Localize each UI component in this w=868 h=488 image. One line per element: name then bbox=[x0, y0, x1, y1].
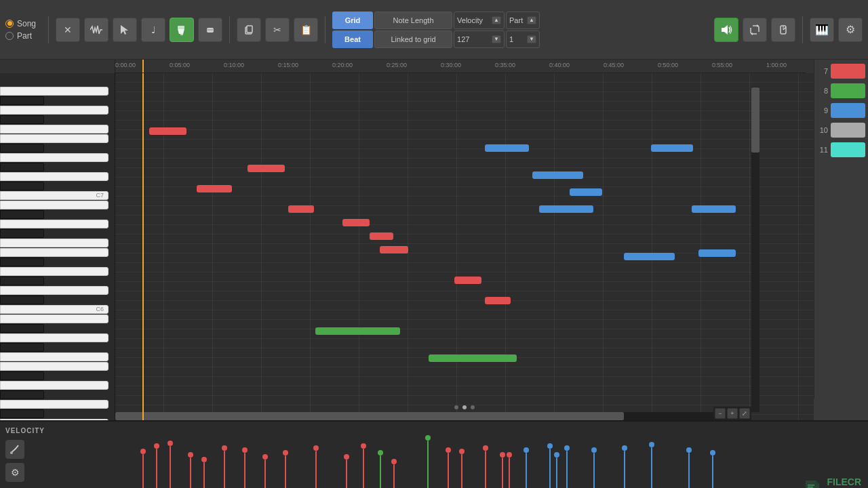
h-scrollbar[interactable] bbox=[115, 412, 751, 420]
piano-key[interactable]: C7 bbox=[0, 191, 108, 200]
piano-note[interactable] bbox=[485, 144, 529, 152]
piano-note[interactable] bbox=[288, 205, 314, 213]
velocity-bar[interactable] bbox=[380, 455, 381, 488]
piano-key[interactable] bbox=[0, 277, 44, 285]
waveform-button[interactable] bbox=[84, 18, 108, 42]
velocity-bar[interactable] bbox=[346, 460, 347, 488]
velocity-settings-button[interactable]: ⚙ bbox=[5, 463, 24, 482]
velocity-bar[interactable] bbox=[651, 447, 652, 488]
note-tool-button[interactable]: ♩ bbox=[141, 18, 165, 42]
part-arrows[interactable]: ▲ bbox=[527, 16, 536, 24]
velocity-bar[interactable] bbox=[156, 449, 157, 488]
velocity-bar[interactable] bbox=[142, 454, 144, 488]
speaker-button[interactable] bbox=[714, 18, 738, 42]
paste-button[interactable]: 📋 bbox=[294, 18, 318, 42]
song-radio[interactable]: Song bbox=[5, 19, 36, 28]
piano-key[interactable] bbox=[0, 106, 108, 115]
piano-key[interactable] bbox=[0, 134, 108, 143]
piano-key[interactable]: C6 bbox=[0, 305, 108, 314]
piano-key[interactable] bbox=[0, 153, 108, 162]
piano-key[interactable] bbox=[0, 239, 108, 247]
velocity-bar[interactable] bbox=[502, 458, 503, 488]
draw-tool-button[interactable] bbox=[170, 18, 194, 42]
piano-key[interactable] bbox=[0, 210, 44, 219]
grid-button[interactable]: Grid bbox=[332, 12, 373, 29]
velocity-bar[interactable] bbox=[170, 446, 171, 488]
copy-button[interactable] bbox=[237, 18, 261, 42]
part-down-arrow[interactable]: ▼ bbox=[527, 35, 536, 43]
v-scrollbar-thumb[interactable] bbox=[751, 87, 760, 152]
piano-roll[interactable]: − + ⤢ bbox=[115, 73, 814, 420]
piano-key[interactable] bbox=[0, 248, 108, 257]
channel-item-9[interactable]: 9 bbox=[817, 102, 865, 119]
velocity-bar[interactable] bbox=[448, 453, 449, 488]
piano-note[interactable] bbox=[570, 188, 602, 196]
piano-note[interactable] bbox=[342, 219, 370, 226]
velocity-bar[interactable] bbox=[285, 455, 286, 488]
velocity-bar[interactable] bbox=[688, 453, 690, 488]
loop-button[interactable] bbox=[743, 18, 767, 42]
piano-key[interactable] bbox=[0, 96, 44, 105]
piano-note[interactable] bbox=[692, 205, 736, 213]
velocity-bar[interactable] bbox=[593, 453, 595, 488]
piano-key[interactable] bbox=[0, 324, 44, 333]
erase-tool-button[interactable] bbox=[198, 18, 222, 42]
velocity-down-arrows[interactable]: ▼ bbox=[492, 35, 501, 43]
piano-key[interactable] bbox=[0, 286, 108, 295]
velocity-up-arrow[interactable]: ▲ bbox=[492, 16, 501, 24]
velocity-bar[interactable] bbox=[509, 458, 510, 488]
channel-item-7[interactable]: 7 bbox=[817, 62, 865, 80]
velocity-arrows[interactable]: ▲ bbox=[492, 16, 501, 24]
channel-item-8[interactable]: 8 bbox=[817, 82, 865, 100]
piano-key[interactable] bbox=[0, 400, 108, 409]
velocity-bar[interactable] bbox=[624, 451, 625, 488]
metronome-button[interactable] bbox=[771, 18, 795, 42]
part-radio[interactable]: Part bbox=[5, 31, 36, 41]
piano-key[interactable] bbox=[0, 371, 44, 380]
piano-note[interactable] bbox=[315, 327, 400, 335]
zoom-in-button[interactable]: + bbox=[727, 408, 738, 419]
piano-note[interactable] bbox=[248, 165, 285, 172]
velocity-bar[interactable] bbox=[393, 464, 395, 488]
piano-button[interactable]: 🎹 bbox=[810, 18, 834, 42]
piano-note[interactable] bbox=[149, 127, 186, 135]
piano-note[interactable] bbox=[624, 253, 675, 260]
piano-key[interactable] bbox=[0, 172, 108, 181]
piano-key[interactable] bbox=[0, 115, 44, 124]
velocity-bar[interactable] bbox=[712, 455, 713, 488]
channel-item-11[interactable]: 11 bbox=[817, 141, 865, 159]
cut-button[interactable]: ✂ bbox=[265, 18, 290, 42]
settings-button[interactable]: ⚙ bbox=[838, 18, 863, 42]
piano-key[interactable] bbox=[0, 343, 44, 352]
piano-note[interactable] bbox=[197, 185, 232, 192]
piano-note[interactable] bbox=[532, 171, 583, 179]
piano-key[interactable] bbox=[0, 201, 108, 209]
part-up-arrow[interactable]: ▲ bbox=[527, 16, 536, 24]
piano-key[interactable] bbox=[0, 229, 44, 238]
velocity-bar[interactable] bbox=[485, 451, 486, 488]
piano-key[interactable] bbox=[0, 220, 108, 228]
piano-key[interactable] bbox=[0, 87, 108, 96]
piano-note[interactable] bbox=[485, 297, 511, 304]
piano-key[interactable] bbox=[0, 333, 108, 342]
piano-note[interactable] bbox=[454, 277, 481, 284]
velocity-down-arrow[interactable]: ▼ bbox=[492, 35, 501, 43]
channel-item-10[interactable]: 10 bbox=[817, 121, 865, 139]
piano-key[interactable] bbox=[0, 163, 44, 171]
close-button[interactable]: ✕ bbox=[56, 18, 80, 42]
vertical-scrollbar[interactable] bbox=[751, 87, 760, 412]
velocity-bar[interactable] bbox=[315, 451, 317, 488]
piano-note[interactable] bbox=[429, 354, 517, 362]
piano-key[interactable] bbox=[0, 381, 108, 390]
velocity-bar[interactable] bbox=[244, 453, 245, 488]
piano-note[interactable] bbox=[651, 144, 693, 152]
piano-key[interactable] bbox=[0, 258, 44, 266]
velocity-bar[interactable] bbox=[224, 451, 225, 488]
piano-key[interactable] bbox=[0, 125, 108, 134]
piano-key[interactable] bbox=[0, 352, 108, 361]
piano-key[interactable] bbox=[0, 296, 44, 304]
velocity-bar[interactable] bbox=[566, 451, 568, 488]
beat-button[interactable]: Beat bbox=[332, 30, 373, 48]
velocity-bar[interactable] bbox=[461, 454, 462, 488]
velocity-bar[interactable] bbox=[190, 458, 191, 488]
